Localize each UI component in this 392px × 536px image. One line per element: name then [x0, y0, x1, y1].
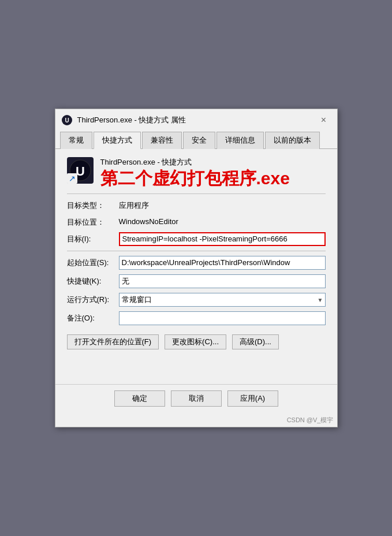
advanced-button[interactable]: 高级(D)...: [232, 334, 279, 349]
unreal-icon: U ↗: [67, 157, 94, 184]
start-dir-row: 起始位置(S):: [67, 256, 326, 270]
app-icon: U ↗: [67, 157, 94, 184]
comment-row: 备注(O):: [67, 311, 326, 325]
target-row: 目标(I):: [67, 232, 326, 246]
tab-bar: 常规 快捷方式 兼容性 安全 详细信息 以前的版本: [55, 129, 337, 149]
hotkey-input[interactable]: [119, 274, 326, 288]
title-bar: U ThirdPerson.exe - 快捷方式 属性 ×: [55, 109, 337, 129]
target-type-value: 应用程序: [119, 199, 149, 211]
comment-input[interactable]: [119, 311, 326, 325]
cancel-button[interactable]: 取消: [171, 390, 222, 407]
target-type-label: 目标类型：: [67, 199, 119, 211]
watermark: CSDN @V_模宇: [55, 415, 337, 427]
svg-text:U: U: [65, 117, 69, 124]
run-mode-select[interactable]: 常规窗口最大化窗口最小化窗口: [119, 293, 326, 307]
hotkey-row: 快捷键(K):: [67, 274, 326, 288]
comment-label: 备注(O):: [67, 311, 119, 323]
target-location-row: 目标位置： WindowsNoEditor: [67, 215, 326, 228]
bottom-bar: 确定 取消 应用(A): [55, 384, 337, 415]
tab-general[interactable]: 常规: [60, 132, 92, 149]
run-mode-row: 运行方式(R): 常规窗口最大化窗口最小化窗口 ▼: [67, 293, 326, 307]
title-icon: U: [61, 114, 73, 126]
close-button[interactable]: ×: [316, 114, 331, 126]
target-label: 目标(I):: [67, 232, 119, 244]
apply-button[interactable]: 应用(A): [227, 390, 278, 407]
open-location-button[interactable]: 打开文件所在的位置(F): [67, 334, 159, 349]
action-buttons: 打开文件所在的位置(F) 更改图标(C)... 高级(D)...: [67, 334, 326, 349]
big-red-title: 第二个虚幻打包程序.exe: [100, 168, 290, 189]
header-section: U ↗ ThirdPerson.exe - 快捷方式 第二个虚幻打包程序.exe: [67, 157, 326, 188]
svg-text:↗: ↗: [69, 174, 76, 183]
target-type-row: 目标类型： 应用程序: [67, 199, 326, 211]
run-mode-select-wrapper: 常规窗口最大化窗口最小化窗口 ▼: [119, 293, 326, 307]
header-text: ThirdPerson.exe - 快捷方式 第二个虚幻打包程序.exe: [100, 157, 290, 188]
tab-compatibility[interactable]: 兼容性: [142, 132, 182, 149]
divider-2: [67, 251, 326, 251]
footer-space: [67, 354, 326, 377]
ok-button[interactable]: 确定: [114, 390, 165, 407]
start-dir-label: 起始位置(S):: [67, 256, 119, 268]
run-mode-label: 运行方式(R):: [67, 293, 119, 305]
tab-shortcut[interactable]: 快捷方式: [94, 132, 141, 149]
divider-1: [67, 193, 326, 194]
hotkey-label: 快捷键(K):: [67, 274, 119, 286]
target-input[interactable]: [119, 232, 326, 246]
change-icon-button[interactable]: 更改图标(C)...: [165, 334, 226, 349]
start-dir-input[interactable]: [119, 256, 326, 270]
tab-security[interactable]: 安全: [183, 132, 215, 149]
target-location-label: 目标位置：: [67, 215, 119, 228]
tab-details[interactable]: 详细信息: [216, 132, 264, 149]
content-area: U ↗ ThirdPerson.exe - 快捷方式 第二个虚幻打包程序.exe…: [55, 149, 337, 384]
tab-previous-versions[interactable]: 以前的版本: [265, 132, 320, 149]
target-location-value: WindowsNoEditor: [119, 215, 178, 226]
shortcut-subtitle: ThirdPerson.exe - 快捷方式: [100, 157, 290, 168]
dialog-title: ThirdPerson.exe - 快捷方式 属性: [77, 115, 186, 125]
